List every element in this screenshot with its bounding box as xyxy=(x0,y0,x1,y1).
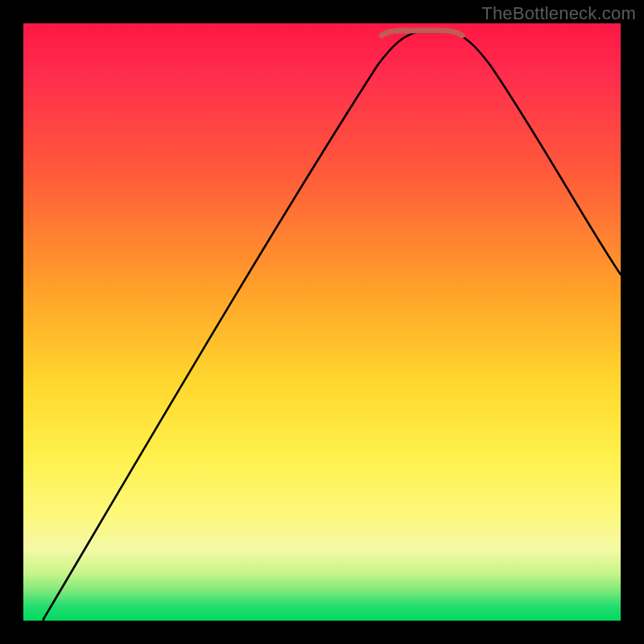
chart-frame: TheBottleneck.com xyxy=(0,0,644,644)
gradient-background xyxy=(23,23,621,621)
watermark-credit: TheBottleneck.com xyxy=(481,3,636,24)
plot-area xyxy=(23,23,621,621)
